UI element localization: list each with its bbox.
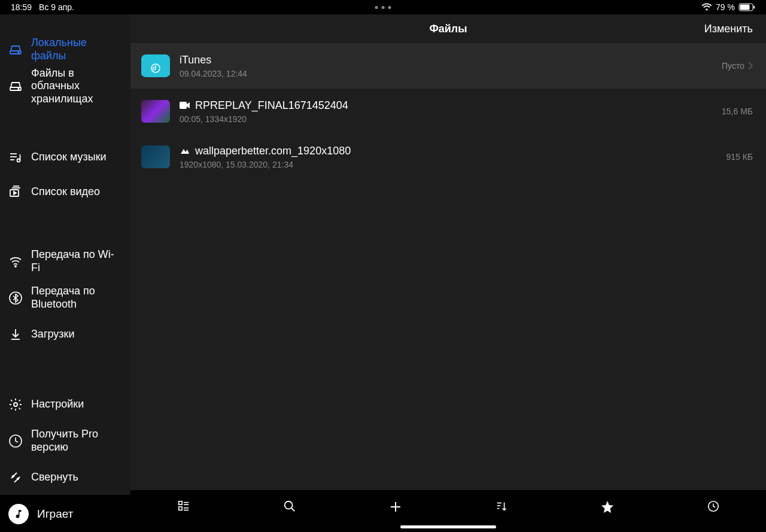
status-bar: 18:59 Вс 9 апр. 79 %: [0, 0, 766, 14]
toolbar-add-button[interactable]: [342, 500, 448, 514]
sidebar-item-label: Локальные файлы: [31, 37, 122, 62]
now-playing-icon: [8, 504, 29, 524]
file-name: wallpaperbetter.com_1920x1080: [195, 145, 351, 157]
sidebar-item-wifi-transfer[interactable]: Передача по Wi-Fi: [0, 244, 130, 279]
svg-point-4: [18, 52, 19, 53]
sidebar-item-cloud-files[interactable]: Файлы в облачных хранилищах: [0, 67, 130, 105]
file-item-image[interactable]: wallpaperbetter.com_1920x1080 1920x1080,…: [130, 134, 766, 180]
sidebar-item-label: Настройки: [31, 398, 84, 411]
sidebar-item-video-list[interactable]: Список видео: [0, 175, 130, 209]
svg-point-27: [284, 501, 292, 509]
svg-rect-2: [753, 6, 755, 9]
sidebar-item-label: Список музыки: [31, 151, 107, 164]
wifi-icon: [701, 3, 712, 11]
home-indicator[interactable]: [400, 525, 496, 528]
svg-point-17: [14, 403, 17, 406]
toolbar-view-button[interactable]: [130, 500, 236, 513]
svg-rect-22: [178, 507, 182, 510]
file-name: RPREPLAY_FINAL1671452404: [195, 99, 348, 112]
status-battery-text: 79 %: [716, 2, 735, 12]
download-icon: [8, 327, 23, 342]
sidebar-item-label: Передача по Bluetooth: [31, 285, 122, 311]
bluetooth-icon: [8, 291, 23, 305]
sidebar-item-label: Свернуть: [31, 471, 78, 484]
drive-icon: [8, 42, 23, 57]
file-item-folder[interactable]: iTunes 09.04.2023, 12:44 Пусто: [130, 43, 766, 89]
svg-rect-21: [178, 501, 182, 505]
image-thumbnail: [141, 145, 170, 168]
sidebar-item-label: Передача по Wi-Fi: [31, 248, 122, 274]
file-list: iTunes 09.04.2023, 12:44 Пусто: [130, 43, 766, 490]
svg-rect-1: [740, 5, 750, 10]
page-title: Файлы: [429, 23, 467, 35]
toolbar-sort-button[interactable]: [448, 500, 554, 513]
toolbar-favorite-button[interactable]: [554, 500, 660, 514]
svg-point-6: [18, 89, 19, 90]
svg-point-14: [15, 266, 16, 267]
status-time: 18:59: [11, 2, 32, 12]
sidebar-item-collapse[interactable]: Свернуть: [0, 460, 130, 495]
music-list-icon: [8, 150, 23, 165]
sidebar-item-bluetooth-transfer[interactable]: Передача по Bluetooth: [0, 279, 130, 317]
status-date: Вс 9 апр.: [39, 2, 74, 12]
sidebar-item-label: Загрузки: [31, 328, 74, 341]
collapse-icon: [8, 470, 23, 485]
file-size: 15,6 МБ: [722, 107, 753, 116]
file-meta: 00:05, 1334x1920: [180, 114, 712, 124]
file-size: 915 КБ: [726, 152, 753, 162]
now-playing-bar[interactable]: Играет: [0, 495, 130, 532]
cloud-drive-icon: [8, 79, 23, 93]
main-header: Файлы Изменить: [130, 14, 766, 43]
file-right-text: Пусто: [722, 61, 744, 71]
toolbar-search-button[interactable]: [236, 500, 342, 513]
battery-icon: [738, 3, 755, 11]
sidebar-item-music-list[interactable]: Список музыки: [0, 140, 130, 175]
sidebar-item-downloads[interactable]: Загрузки: [0, 317, 130, 352]
folder-icon: [141, 54, 170, 77]
wifi-transfer-icon: [8, 254, 23, 269]
sidebar-item-label: Получить Pro версию: [31, 428, 122, 454]
chevron-right-icon: [748, 62, 753, 70]
video-type-icon: [180, 101, 190, 110]
file-meta: 1920x1080, 15.03.2020, 21:34: [180, 160, 716, 169]
video-thumbnail: [141, 100, 170, 123]
gear-icon: [8, 397, 23, 412]
main-area: Файлы Изменить iTunes 09.04.2023, 12:44 …: [130, 14, 766, 532]
sidebar-item-settings[interactable]: Настройки: [0, 387, 130, 422]
multitasking-dots[interactable]: [375, 6, 391, 9]
file-meta: 09.04.2023, 12:44: [180, 69, 712, 78]
sidebar-item-local-files[interactable]: Локальные файлы: [0, 32, 130, 67]
svg-line-28: [291, 508, 294, 512]
sidebar-item-label: Список видео: [31, 186, 100, 199]
sidebar: Локальные файлы Файлы в облачных хранили…: [0, 14, 130, 532]
toolbar-history-button[interactable]: [660, 500, 766, 513]
edit-button[interactable]: Изменить: [704, 23, 753, 35]
image-type-icon: [180, 147, 190, 155]
video-list-icon: [8, 185, 23, 199]
pro-icon: [8, 434, 23, 448]
sidebar-item-get-pro[interactable]: Получить Pro версию: [0, 422, 130, 460]
now-playing-label: Играет: [37, 507, 73, 521]
file-item-video[interactable]: RPREPLAY_FINAL1671452404 00:05, 1334x192…: [130, 89, 766, 134]
svg-rect-20: [180, 102, 187, 109]
sidebar-item-label: Файлы в облачных хранилищах: [31, 67, 122, 106]
file-name: iTunes: [180, 54, 211, 66]
